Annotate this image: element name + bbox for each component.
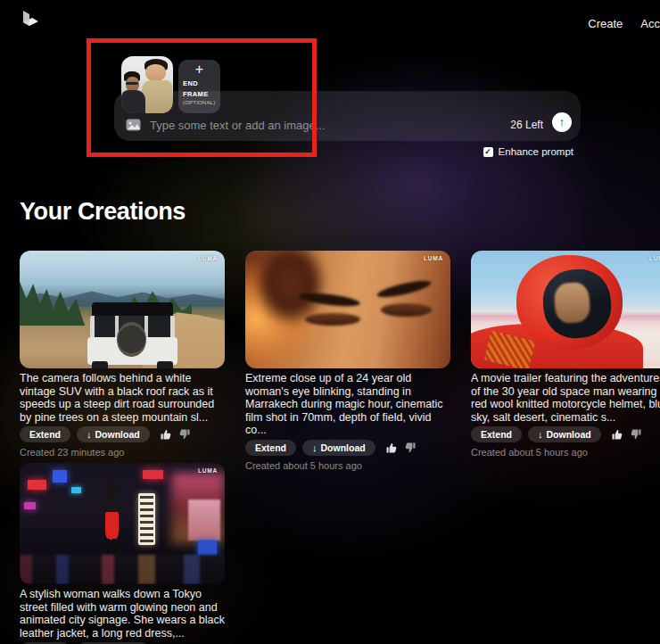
dream-machine-page: Create Acc 26 Left ↑ + END FRAME (OPTION… [0,0,660,644]
card-actions: Extend ↓Download [245,440,450,456]
creation-card: LUMA A stylish woman walks down a Tokyo … [20,463,225,644]
neon-sign-decoration [28,480,46,490]
download-button[interactable]: ↓Download [77,426,150,442]
credits-left: 26 Left [510,119,543,131]
photo-figure-decoration [142,80,172,113]
wet-street-decoration [20,555,225,584]
eye-decoration [381,303,433,317]
storefront-decoration [188,500,221,541]
vertical-sign-decoration [138,493,154,545]
grid-column: LUMA A movie trailer featuring the adven… [471,251,660,458]
image-icon [126,119,141,131]
luma-watermark: LUMA [424,255,443,261]
thumbs-down-button[interactable] [178,428,191,441]
neon-sign-decoration [53,470,67,483]
eyebrow-decoration [376,277,433,301]
grid-column: LUMA The camera follows behind a white v… [20,251,225,644]
suv-roof-decoration [92,302,173,317]
thumbs-down-icon [404,442,417,454]
top-bar: Create Acc [0,0,660,39]
download-icon: ↓ [87,430,92,439]
extend-button[interactable]: Extend [245,440,296,456]
page-title: Your Creations [20,198,186,226]
luma-watermark: LUMA [198,255,218,261]
created-timestamp: Created about 5 hours ago [245,460,450,471]
creation-video-thumbnail[interactable]: LUMA [471,251,660,368]
creation-video-thumbnail[interactable]: LUMA [20,251,225,368]
download-icon: ↓ [312,443,318,452]
download-button[interactable]: ↓Download [302,440,375,456]
prompt-input[interactable] [150,119,501,132]
thumbs-up-icon [611,428,623,441]
extend-button[interactable]: Extend [471,426,522,442]
neon-sign-decoration [143,470,163,479]
photo-figure-decoration [145,64,166,81]
card-actions: Extend ↓Download [20,426,225,442]
end-frame-tile[interactable]: + END FRAME (OPTIONAL) [178,60,220,113]
creation-card: LUMA A movie trailer featuring the adven… [471,251,660,458]
figure-dress-decoration [105,512,120,540]
creation-caption: The camera follows behind a white vintag… [20,372,225,424]
face-decoration [554,281,591,323]
figure-jacket-decoration [103,494,121,514]
end-frame-label-2: FRAME [183,90,216,98]
neon-sign-decoration [71,487,82,493]
end-frame-label-1: END [183,79,216,87]
creation-caption: A movie trailer featuring the adventures… [471,372,660,424]
nav-account[interactable]: Acc [640,17,660,30]
thumbs-up-button[interactable] [385,442,398,454]
thumbs-up-icon [160,428,172,441]
creation-card: LUMA The camera follows behind a white v… [20,251,225,458]
creation-caption: Extreme close up of a 24 year old woman'… [245,372,450,437]
suv-wheel-decoration [92,361,108,368]
photo-figure-decoration [121,90,145,113]
nav-create[interactable]: Create [588,17,623,30]
created-timestamp: Created 23 minutes ago [20,447,225,458]
luma-watermark: LUMA [198,467,218,474]
suv-wheel-decoration [157,361,173,368]
end-frame-label-optional: (OPTIONAL) [183,100,216,105]
plus-icon: + [183,62,216,77]
woman-figure-decoration [102,484,122,562]
extend-button[interactable]: Extend [20,426,70,442]
enhance-prompt-toggle[interactable]: ✓ Enhance prompt [483,146,573,157]
photo-figure-decoration [126,82,138,85]
creation-video-thumbnail[interactable]: LUMA [20,463,225,584]
start-frame-thumbnail[interactable] [121,56,173,113]
download-icon: ↓ [538,430,543,439]
creations-grid: LUMA The camera follows behind a white v… [20,251,660,644]
thumbs-down-button[interactable] [630,428,642,441]
submit-button[interactable]: ↑ [552,112,572,132]
enhance-label: Enhance prompt [499,146,573,157]
luma-logo-icon[interactable] [15,8,40,33]
top-nav: Create Acc [588,17,660,30]
creation-card: LUMA Extreme close up of a 24 year old w… [245,251,450,471]
grid-column: LUMA Extreme close up of a 24 year old w… [245,251,450,471]
thumbs-down-icon [630,428,642,441]
thumbs-up-icon [385,442,398,454]
luma-watermark: LUMA [649,255,660,261]
thumbs-down-button[interactable] [404,442,417,454]
suv-tire-decoration [117,322,145,356]
enhance-checkbox[interactable]: ✓ [483,147,493,157]
creation-video-thumbnail[interactable]: LUMA [245,251,450,368]
card-actions: Extend ↓Download [471,426,660,442]
neon-sign-decoration [24,502,37,509]
thumbs-up-button[interactable] [160,428,172,441]
download-button[interactable]: ↓Download [528,426,601,442]
creation-caption: A stylish woman walks down a Tokyo stree… [20,588,225,640]
suv-decoration [87,302,177,368]
thumbs-down-icon [178,428,191,441]
thumbs-up-button[interactable] [611,428,623,441]
created-timestamp: Created about 5 hours ago [471,447,660,458]
